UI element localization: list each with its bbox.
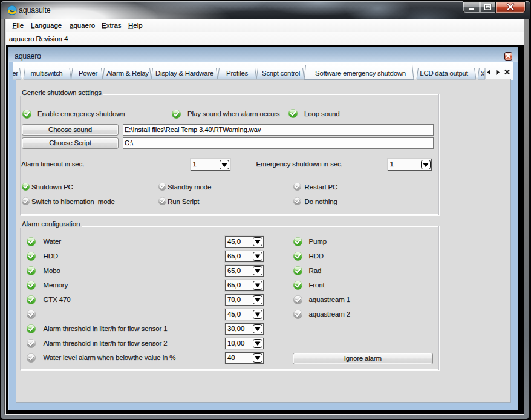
- svg-text:Power: Power: [78, 70, 97, 77]
- svg-text:Display & Hardware: Display & Hardware: [155, 70, 213, 77]
- svg-text:er: er: [13, 70, 18, 77]
- svg-text:Alarm & Relay: Alarm & Relay: [106, 70, 149, 77]
- svg-text:Profiles: Profiles: [226, 70, 248, 77]
- svg-text:X: X: [480, 70, 484, 77]
- svg-text:Software emergency shutdown: Software emergency shutdown: [315, 70, 406, 77]
- svg-text:Script control: Script control: [262, 70, 300, 77]
- svg-text:LCD data output: LCD data output: [420, 70, 468, 77]
- svg-text:multiswitch: multiswitch: [30, 70, 62, 77]
